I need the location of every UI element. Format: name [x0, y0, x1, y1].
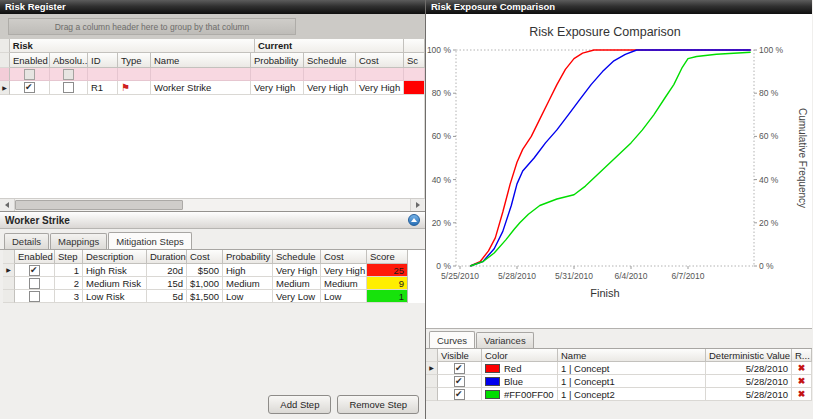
filter-type[interactable]: [118, 68, 151, 81]
cell-probability[interactable]: Very High: [251, 81, 304, 95]
cell-color[interactable]: Blue: [482, 375, 558, 388]
enabled-checkbox[interactable]: [24, 82, 35, 93]
collapse-button[interactable]: [408, 214, 420, 226]
col-enabled[interactable]: Enabled: [15, 250, 55, 264]
col-visible[interactable]: Visible: [438, 349, 482, 362]
table-row[interactable]: ▶ Red 1 | Concept 5/28/2010 ✖: [426, 362, 812, 375]
band-risk[interactable]: Risk: [10, 39, 255, 53]
scrollbar-thumb[interactable]: [15, 200, 183, 210]
cell-deterministic-value[interactable]: 5/28/2010: [706, 375, 792, 388]
col-enabled[interactable]: Enabled: [10, 53, 50, 68]
filter-score[interactable]: [404, 68, 425, 81]
col-cost-impact[interactable]: Cost: [321, 250, 367, 264]
filter-checkbox[interactable]: [63, 69, 74, 80]
cell-description[interactable]: Low Risk: [83, 290, 147, 303]
register-filter-row[interactable]: [0, 68, 425, 81]
cell-duration[interactable]: 15d: [147, 277, 187, 290]
remove-curve-button[interactable]: ✖: [792, 375, 812, 388]
filter-enabled[interactable]: [10, 68, 50, 81]
cell-name[interactable]: 1 | Concept: [558, 362, 706, 375]
cell-name[interactable]: 1 | Concept2: [558, 388, 706, 401]
table-row[interactable]: ▶ 1 High Risk 20d $500 High Very High Ve…: [3, 264, 425, 277]
col-schedule[interactable]: Schedule: [304, 53, 356, 68]
col-deterministic-value[interactable]: Deterministic Value: [706, 349, 792, 362]
cell-score-color[interactable]: [404, 81, 425, 95]
col-probability[interactable]: Probability: [251, 53, 304, 68]
table-row[interactable]: 3 Low Risk 5d $1,500 Low Very Low Low 1: [3, 290, 425, 303]
filter-cost[interactable]: [356, 68, 404, 81]
horizontal-scrollbar[interactable]: [0, 198, 425, 211]
table-row[interactable]: Blue 1 | Concept1 5/28/2010 ✖: [426, 375, 812, 388]
scroll-left-button[interactable]: [0, 199, 15, 211]
cell-duration[interactable]: 5d: [147, 290, 187, 303]
cell-probability[interactable]: High: [223, 264, 273, 277]
table-row[interactable]: #FF00FF00 1 | Concept2 5/28/2010 ✖: [426, 388, 812, 401]
cell-schedule[interactable]: Very High: [304, 81, 356, 95]
cell-description[interactable]: High Risk: [83, 264, 147, 277]
cell-score[interactable]: 9: [367, 277, 408, 290]
band-current[interactable]: Current: [255, 39, 404, 53]
tab-details[interactable]: Details: [4, 233, 49, 249]
enabled-checkbox[interactable]: [29, 265, 40, 276]
cell-probability[interactable]: Medium: [223, 277, 273, 290]
cell-step[interactable]: 3: [55, 290, 83, 303]
scroll-right-button[interactable]: [410, 199, 425, 211]
visible-checkbox[interactable]: [454, 389, 465, 400]
remove-step-button[interactable]: Remove Step: [337, 395, 419, 414]
filter-absolute[interactable]: [50, 68, 88, 81]
col-cost[interactable]: Cost: [356, 53, 404, 68]
cell-id[interactable]: R1: [88, 81, 118, 95]
col-remove[interactable]: R...: [792, 349, 812, 362]
filter-name[interactable]: [151, 68, 251, 81]
cell-duration[interactable]: 20d: [147, 264, 187, 277]
cell-color[interactable]: #FF00FF00: [482, 388, 558, 401]
cell-enabled[interactable]: [15, 290, 55, 303]
cell-cost[interactable]: $500: [187, 264, 223, 277]
cell-type[interactable]: ⚑: [118, 81, 151, 95]
filter-probability[interactable]: [251, 68, 304, 81]
cell-schedule[interactable]: Medium: [273, 277, 321, 290]
enabled-checkbox[interactable]: [29, 291, 40, 302]
col-color[interactable]: Color: [482, 349, 558, 362]
cell-cost[interactable]: Very High: [356, 81, 404, 95]
col-score[interactable]: Score: [367, 250, 408, 264]
cell-visible[interactable]: [438, 388, 482, 401]
absolute-checkbox[interactable]: [63, 82, 74, 93]
col-absolute[interactable]: Absolu...: [50, 53, 88, 68]
cell-name[interactable]: 1 | Concept1: [558, 375, 706, 388]
cell-deterministic-value[interactable]: 5/28/2010: [706, 388, 792, 401]
col-score[interactable]: Sc: [404, 53, 425, 68]
cell-deterministic-value[interactable]: 5/28/2010: [706, 362, 792, 375]
cell-probability[interactable]: Low: [223, 290, 273, 303]
cell-visible[interactable]: [438, 362, 482, 375]
col-description[interactable]: Description: [83, 250, 147, 264]
cell-schedule[interactable]: Very High: [273, 264, 321, 277]
col-name[interactable]: Name: [151, 53, 251, 68]
cell-cost[interactable]: $1,000: [187, 277, 223, 290]
tab-variances[interactable]: Variances: [476, 332, 534, 348]
tab-mitigation-steps[interactable]: Mitigation Steps: [108, 232, 192, 249]
cell-cost-impact[interactable]: Very High: [321, 264, 367, 277]
table-row[interactable]: 2 Medium Risk 15d $1,000 Medium Medium M…: [3, 277, 425, 290]
add-step-button[interactable]: Add Step: [268, 395, 331, 414]
visible-checkbox[interactable]: [454, 363, 465, 374]
col-step[interactable]: Step: [55, 250, 83, 264]
cell-color[interactable]: Red: [482, 362, 558, 375]
col-schedule[interactable]: Schedule: [273, 250, 321, 264]
cell-cost[interactable]: $1,500: [187, 290, 223, 303]
filter-id[interactable]: [88, 68, 118, 81]
cell-schedule[interactable]: Very Low: [273, 290, 321, 303]
enabled-checkbox[interactable]: [29, 278, 40, 289]
cell-step[interactable]: 1: [55, 264, 83, 277]
remove-curve-button[interactable]: ✖: [792, 362, 812, 375]
col-probability[interactable]: Probability: [223, 250, 273, 264]
cell-cost-impact[interactable]: Medium: [321, 277, 367, 290]
cell-score[interactable]: 1: [367, 290, 408, 303]
tab-curves[interactable]: Curves: [429, 331, 475, 348]
tab-mappings[interactable]: Mappings: [50, 233, 107, 249]
cell-enabled[interactable]: [15, 264, 55, 277]
filter-checkbox[interactable]: [24, 69, 35, 80]
group-by-box[interactable]: Drag a column header here to group by th…: [0, 14, 425, 39]
visible-checkbox[interactable]: [454, 376, 465, 387]
col-name[interactable]: Name: [558, 349, 706, 362]
